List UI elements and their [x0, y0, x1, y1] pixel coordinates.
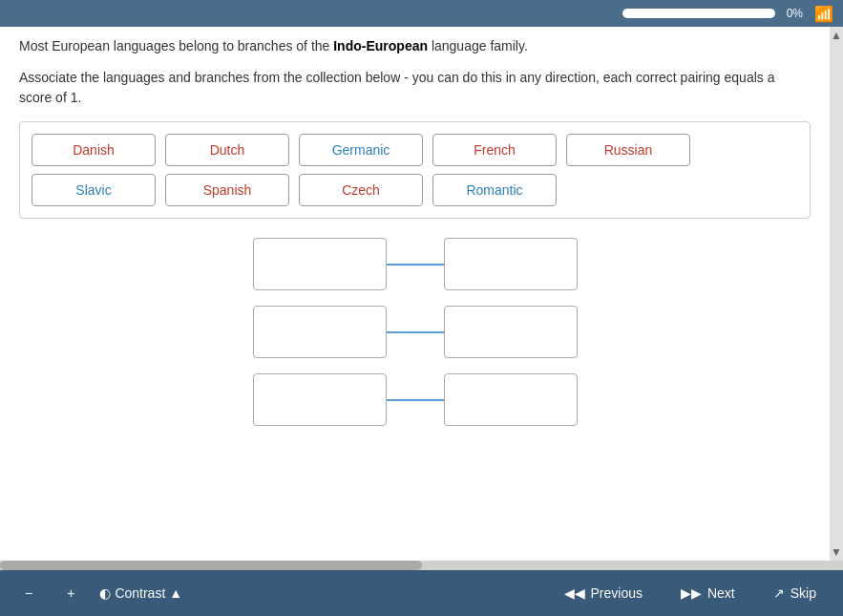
intro-partial: Most European languages belong to branch… [19, 38, 333, 53]
skip-icon: ↗ [773, 585, 785, 601]
pair-right-3[interactable] [444, 373, 578, 426]
next-label: Next [707, 585, 735, 601]
progress-bar [622, 9, 775, 18]
zoom-in-button[interactable]: + [57, 580, 84, 606]
wifi-icon: 📶 [814, 5, 833, 23]
pair-left-3[interactable] [253, 373, 387, 426]
pair-row-1 [253, 238, 578, 290]
h-scroll-thumb [0, 561, 422, 570]
progress-percent: 0% [787, 7, 803, 20]
pair-left-1[interactable] [253, 238, 387, 290]
intro-rest: language family. [428, 38, 528, 53]
bottom-bar: − + ◐ Contrast ▲ ◀◀ Previous ▶▶ Next ↗ S… [0, 570, 843, 616]
pair-left-2[interactable] [253, 306, 387, 358]
pair-right-2[interactable] [444, 306, 578, 358]
zoom-out-button[interactable]: − [15, 580, 42, 606]
chip-danish[interactable]: Danish [32, 134, 156, 166]
chip-romantic[interactable]: Romantic [432, 174, 557, 206]
previous-button[interactable]: ◀◀ Previous [553, 580, 654, 606]
pair-connector-2 [387, 331, 444, 333]
previous-label: Previous [591, 585, 643, 601]
pair-right-1[interactable] [444, 238, 578, 290]
previous-icon: ◀◀ [564, 585, 585, 601]
contrast-label: Contrast [115, 585, 165, 601]
scroll-down-btn[interactable]: ▼ [831, 545, 842, 559]
pair-row-3 [253, 373, 578, 426]
main-content: Most European languages belong to branch… [0, 27, 830, 561]
zoom-in-icon: + [67, 585, 74, 601]
contrast-icon: ◐ [99, 585, 111, 601]
word-bank-row-1: Danish Dutch Germanic French Russian [32, 134, 798, 166]
skip-label: Skip [790, 585, 816, 601]
intro-bold: Indo-European [333, 38, 428, 53]
contrast-button[interactable]: ◐ Contrast ▲ [99, 585, 182, 601]
scroll-up-btn[interactable]: ▲ [831, 29, 842, 42]
chip-russian[interactable]: Russian [566, 134, 690, 166]
pairs-area [19, 238, 811, 445]
vertical-scrollbar[interactable]: ▲ ▼ [830, 27, 843, 561]
word-bank-row-2: Slavic Spanish Czech Romantic [32, 174, 798, 206]
instructions-text: Associate the languages and branches fro… [19, 68, 811, 108]
pair-row-2 [253, 306, 578, 358]
chip-french[interactable]: French [432, 134, 557, 166]
chip-spanish[interactable]: Spanish [165, 174, 289, 206]
horizontal-scrollbar[interactable] [0, 561, 843, 570]
next-icon: ▶▶ [681, 585, 702, 601]
contrast-arrow-icon: ▲ [169, 585, 182, 601]
intro-text: Most European languages belong to branch… [19, 36, 811, 56]
skip-button[interactable]: ↗ Skip [762, 580, 828, 606]
chip-slavic[interactable]: Slavic [32, 174, 156, 206]
pair-connector-3 [387, 399, 444, 401]
next-button[interactable]: ▶▶ Next [669, 580, 747, 606]
pair-connector-1 [387, 264, 444, 266]
chip-dutch[interactable]: Dutch [165, 134, 289, 166]
chip-germanic[interactable]: Germanic [299, 134, 423, 166]
zoom-out-icon: − [25, 585, 32, 601]
top-bar: 0% 📶 [0, 0, 843, 27]
word-bank: Danish Dutch Germanic French Russian Sla… [19, 121, 811, 219]
chip-czech[interactable]: Czech [299, 174, 423, 206]
